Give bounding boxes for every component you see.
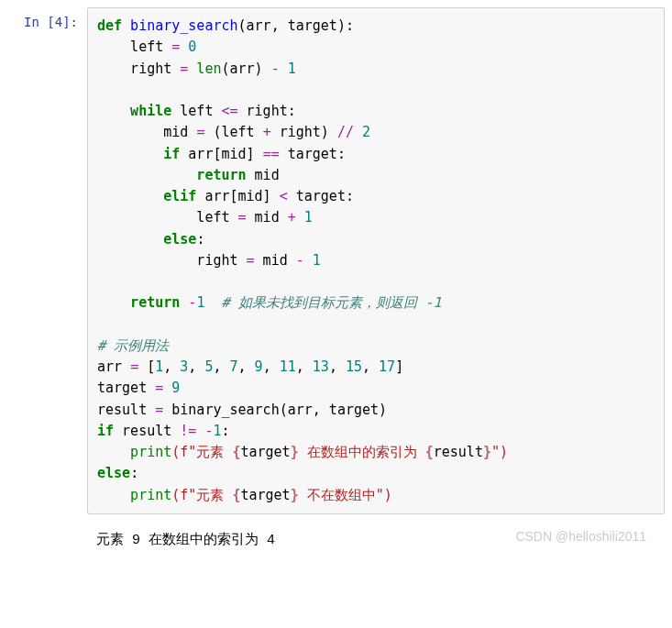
code-line: right = mid - 1: [97, 250, 655, 271]
code-line: print(f"元素 {target} 不在数组中"): [97, 485, 655, 506]
output-text: 元素 9 在数组中的索引为 4: [87, 525, 515, 548]
code-line: mid = (left + right) // 2: [97, 122, 655, 143]
code-line: arr = [1, 3, 5, 7, 9, 11, 13, 15, 17]: [97, 357, 655, 378]
code-line: [97, 271, 655, 292]
code-line: left = mid + 1: [97, 207, 655, 228]
code-line: print(f"元素 {target} 在数组中的索引为 {result}"): [97, 442, 655, 463]
code-line: result = binary_search(arr, target): [97, 400, 655, 421]
output-prompt: [0, 525, 87, 548]
code-line: def binary_search(arr, target):: [97, 16, 655, 37]
code-line: return -1 # 如果未找到目标元素，则返回 -1: [97, 292, 655, 314]
code-line: else:: [97, 229, 655, 250]
code-line: left = 0: [97, 37, 655, 58]
code-cell: In [4]: def binary_search(arr, target): …: [0, 0, 672, 522]
code-line: right = len(arr) - 1: [97, 59, 655, 80]
watermark: CSDN @helloshili2011: [515, 529, 665, 544]
code-line: target = 9: [97, 378, 655, 399]
code-line: # 示例用法: [97, 336, 655, 357]
code-line: while left <= right:: [97, 101, 655, 122]
output-cell: 元素 9 在数组中的索引为 4 CSDN @helloshili2011: [0, 522, 672, 556]
input-prompt: In [4]:: [0, 7, 87, 514]
code-line: elif arr[mid] < target:: [97, 186, 655, 207]
code-line: if result != -1:: [97, 421, 655, 442]
code-line: if arr[mid] == target:: [97, 144, 655, 165]
code-line: else:: [97, 463, 655, 484]
code-input[interactable]: def binary_search(arr, target): left = 0…: [87, 7, 665, 514]
code-line: [97, 80, 655, 101]
code-line: return mid: [97, 165, 655, 186]
code-line: [97, 314, 655, 336]
